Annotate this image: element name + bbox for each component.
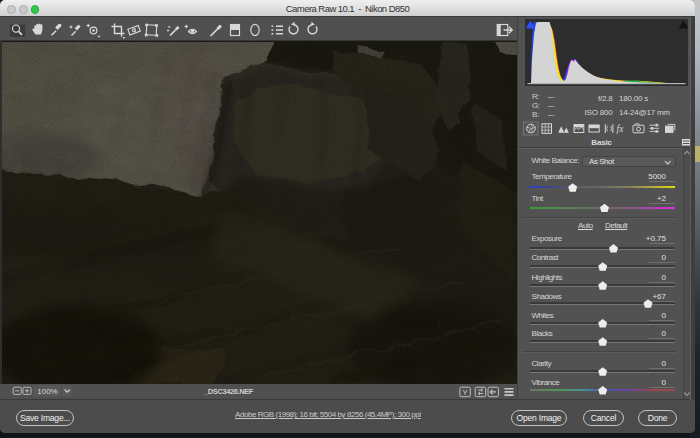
svg-text:fx: fx (617, 124, 625, 134)
svg-text:100%: 100% (37, 387, 57, 396)
svg-text:Y: Y (462, 388, 467, 397)
svg-text:_DSC3426.NEF: _DSC3426.NEF (203, 387, 254, 396)
